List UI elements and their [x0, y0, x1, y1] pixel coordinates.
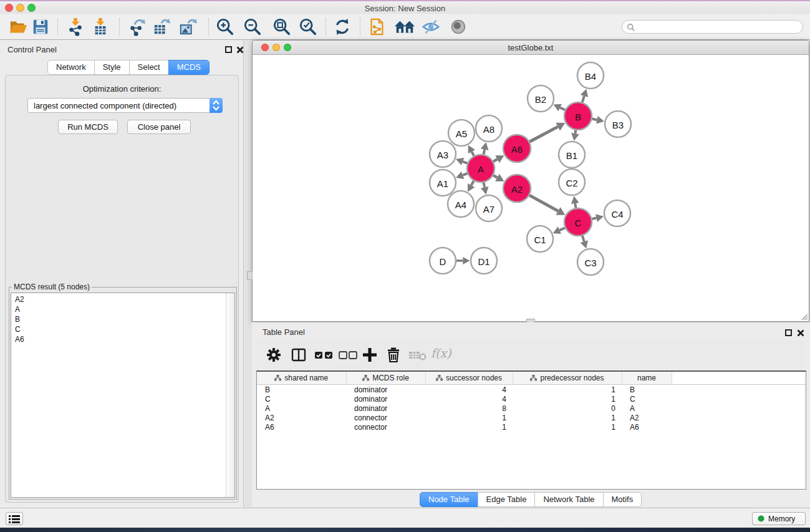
table-tab-motifs[interactable]: Motifs — [603, 492, 642, 507]
memory-button[interactable]: Memory — [752, 512, 806, 525]
table-row[interactable]: Cdominator41C — [257, 394, 806, 404]
column-header-predecessor-nodes[interactable]: predecessor nodes — [513, 372, 622, 385]
network-edge-C-C2[interactable] — [575, 203, 576, 208]
network-edge-B-B4[interactable] — [582, 96, 584, 102]
table-tab-node-table[interactable]: Node Table — [420, 492, 478, 507]
network-canvas[interactable]: B4B2BB3A8A5A6A3B1AA1C2A2A4A7C4CC1C3DD1 — [253, 55, 809, 321]
table-cell[interactable]: C — [622, 394, 672, 404]
table-cell[interactable]: dominator — [346, 385, 425, 395]
zoom-fit-icon[interactable] — [272, 17, 291, 36]
export-network-icon[interactable] — [128, 17, 147, 36]
table-cell[interactable]: B — [257, 385, 346, 395]
table-cell[interactable]: 4 — [425, 385, 513, 395]
mcds-result-list[interactable]: A2ABCA6 — [11, 293, 235, 498]
network-edge-A6-B[interactable] — [529, 127, 557, 142]
table-cell[interactable]: 1 — [425, 422, 513, 432]
zoom-out-icon[interactable] — [243, 17, 262, 36]
table-cell[interactable]: 1 — [513, 394, 622, 404]
network-edge-A-A3[interactable] — [463, 162, 467, 163]
show-panels-list-button[interactable] — [6, 512, 23, 525]
search-input[interactable] — [639, 22, 800, 33]
tab-mcds[interactable]: MCDS — [168, 60, 210, 75]
table-float-panel-icon[interactable] — [785, 329, 792, 336]
table-cell[interactable]: connector — [346, 413, 425, 422]
table-cell[interactable]: dominator — [346, 394, 425, 404]
column-header-name[interactable]: name — [622, 372, 672, 385]
network-edge-C-C1[interactable] — [559, 228, 565, 230]
network-edge-A-A8[interactable] — [484, 150, 485, 155]
table-cell[interactable]: connector — [346, 422, 425, 432]
float-panel-icon[interactable] — [225, 46, 232, 53]
network-edge-B-B2[interactable] — [560, 108, 565, 110]
network-edge-A-A5[interactable] — [471, 152, 474, 156]
table-tab-edge-table[interactable]: Edge Table — [478, 492, 536, 507]
homes-icon[interactable] — [393, 17, 416, 36]
network-edge-A-A7[interactable] — [484, 183, 485, 188]
network-window-titlebar[interactable]: testGlobe.txt — [253, 41, 809, 55]
hide-details-eye-slash-icon[interactable] — [422, 17, 440, 36]
table-close-panel-icon[interactable] — [797, 329, 804, 337]
table-cell[interactable]: 1 — [513, 413, 622, 422]
network-edge-A-A6[interactable] — [493, 159, 497, 162]
network-edge-A-A2[interactable] — [493, 175, 497, 178]
result-list-scrollbar[interactable] — [226, 293, 234, 497]
add-column-plus-icon[interactable] — [361, 346, 378, 364]
delete-column-trash-icon[interactable] — [385, 346, 402, 364]
criterion-dropdown[interactable]: largest connected component (directed) — [27, 98, 223, 113]
table-cell[interactable]: A6 — [257, 422, 346, 432]
close-panel-icon[interactable] — [236, 46, 244, 54]
table-cell[interactable]: B — [622, 385, 672, 395]
birdseye-eye-icon[interactable] — [449, 17, 468, 36]
table-cell[interactable]: C — [257, 394, 346, 404]
zoom-in-icon[interactable] — [216, 17, 234, 36]
save-icon[interactable] — [31, 17, 50, 36]
tab-network[interactable]: Network — [47, 60, 95, 75]
table-row[interactable]: Adominator80A — [257, 404, 806, 413]
table-cell[interactable]: 1 — [513, 385, 622, 395]
close-panel-button[interactable]: Close panel — [127, 120, 191, 134]
result-item[interactable]: C — [11, 324, 234, 334]
deselect-all-checkboxes-icon[interactable] — [338, 346, 359, 364]
tab-select[interactable]: Select — [129, 60, 169, 75]
vertical-divider-handle[interactable] — [247, 271, 253, 280]
network-edge-B-B3[interactable] — [592, 119, 597, 120]
table-cell[interactable]: 4 — [425, 394, 513, 404]
export-image-icon[interactable] — [178, 17, 197, 36]
result-item[interactable]: A2 — [11, 294, 234, 304]
table-cell[interactable]: 8 — [425, 404, 513, 413]
network-edge-C-C3[interactable] — [582, 236, 584, 241]
table-cell[interactable]: A2 — [622, 413, 672, 422]
network-edge-C-C4[interactable] — [592, 218, 596, 219]
result-item[interactable]: B — [11, 314, 234, 324]
table-row[interactable]: Bdominator41B — [257, 385, 806, 395]
result-item[interactable]: A6 — [11, 334, 234, 344]
table-cell[interactable]: A6 — [622, 422, 672, 432]
network-edge-A-A1[interactable] — [463, 173, 467, 175]
import-table-icon[interactable] — [91, 17, 110, 36]
table-tab-network-table[interactable]: Network Table — [534, 492, 603, 507]
table-cell[interactable]: A2 — [257, 413, 346, 422]
column-header-mcds-role[interactable]: MCDS role — [346, 372, 425, 385]
table-cell[interactable]: A — [622, 404, 672, 413]
table-cell[interactable]: 1 — [425, 413, 513, 422]
window-resize-grip[interactable] — [799, 312, 808, 321]
export-table-icon[interactable] — [152, 17, 171, 36]
run-mcds-button[interactable]: Run MCDS — [58, 120, 118, 134]
import-network-icon[interactable] — [66, 17, 85, 36]
table-cell[interactable]: dominator — [346, 404, 425, 413]
split-table-icon[interactable] — [290, 346, 307, 364]
result-item[interactable]: A — [11, 304, 234, 314]
open-folder-icon[interactable] — [9, 17, 27, 36]
table-cell[interactable]: A — [257, 404, 346, 413]
table-row[interactable]: A6connector11A6 — [257, 422, 806, 432]
network-edge-A2-C[interactable] — [529, 195, 558, 211]
network-document-icon[interactable] — [367, 17, 386, 36]
network-edge-B-B1[interactable] — [575, 130, 576, 133]
gear-icon[interactable] — [265, 346, 282, 364]
network-edge-A-A4[interactable] — [471, 181, 474, 185]
column-header-successor-nodes[interactable]: successor nodes — [425, 372, 513, 385]
tab-style[interactable]: Style — [94, 60, 130, 75]
table-cell[interactable]: 1 — [513, 422, 622, 432]
zoom-selected-icon[interactable] — [299, 17, 317, 36]
apply-layout-refresh-icon[interactable] — [333, 17, 352, 36]
